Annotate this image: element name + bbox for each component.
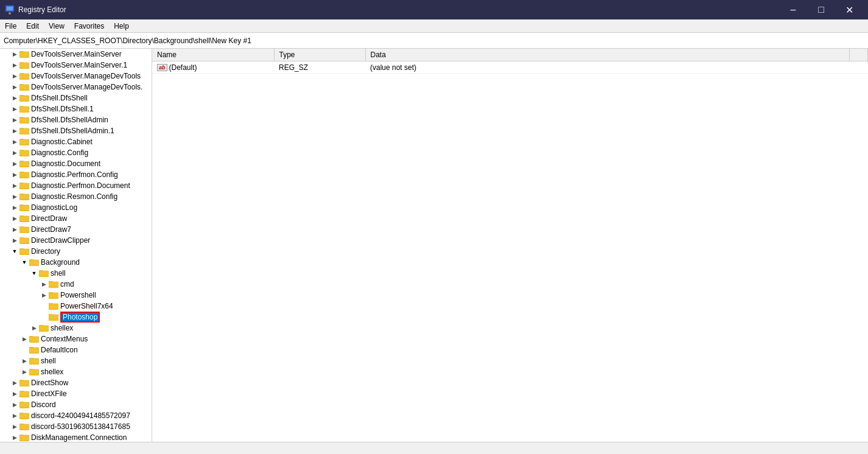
menu-view[interactable]: View (44, 21, 69, 32)
svg-rect-95 (19, 380, 29, 386)
menu-bar: File Edit View Favorites Help (0, 19, 868, 33)
tree-item[interactable]: ▶ DfsShell.DfsShell.1 (0, 103, 152, 114)
cell-type: REG_SZ (274, 61, 365, 74)
menu-favorites[interactable]: Favorites (69, 21, 109, 32)
tree-item[interactable]: ▶ DirectDrawClipper (0, 235, 152, 246)
tree-label: discord-530196305138417685 (31, 422, 130, 431)
tree-label: PowerShell7x64 (60, 302, 113, 310)
tree-item-discord[interactable]: ▶ Discord (0, 399, 152, 410)
table-row[interactable]: ab (Default) REG_SZ (value not set) (152, 61, 868, 74)
tree-item-defaulticon[interactable]: ▶ DefaultIcon (0, 344, 152, 355)
restore-button[interactable]: □ (807, 0, 835, 19)
svg-rect-5 (19, 52, 29, 57)
svg-rect-86 (29, 347, 39, 353)
tree-item-diskmgmt[interactable]: ▶ DiskManagement.Connection (0, 432, 152, 442)
tree-item-powershell[interactable]: ▶ Powershell (0, 290, 152, 301)
address-bar-text: Computer\HKEY_CLASSES_ROOT\Directory\Bac… (4, 37, 251, 45)
tree-label: Diagnostic.Document (31, 159, 100, 168)
menu-help[interactable]: Help (109, 21, 134, 32)
tree-item-background[interactable]: ▼ Background (0, 257, 152, 268)
tree-item[interactable]: ▶ Diagnostic.Perfmon.Config (0, 169, 152, 180)
app-title: Registry Editor (18, 5, 66, 14)
tree-label: DevToolsServer.ManageDevTools (31, 72, 141, 80)
main-container: ▶ DevToolsServer.MainServer ▶ DevToolsSe… (0, 49, 868, 442)
tree-label: DirectDrawClipper (31, 236, 90, 245)
tree-label: Diagnostic.Perfmon.Document (31, 181, 130, 190)
tree-item[interactable]: ▶ DevToolsServer.MainServer (0, 49, 152, 60)
tree-item-cmd[interactable]: ▶ cmd (0, 279, 152, 290)
svg-rect-71 (49, 293, 58, 298)
svg-rect-32 (19, 150, 29, 156)
svg-rect-8 (19, 63, 29, 68)
svg-rect-44 (19, 194, 29, 200)
cell-data: (value not set) (365, 61, 850, 74)
svg-rect-68 (49, 282, 58, 287)
svg-point-2 (9, 12, 11, 15)
tree-item[interactable]: ▶ DevToolsServer.ManageDevTools. (0, 82, 152, 93)
tree-panel[interactable]: ▶ DevToolsServer.MainServer ▶ DevToolsSe… (0, 49, 152, 442)
tree-label: cmd (60, 280, 74, 288)
tree-label: DevToolsServer.MainServer (31, 50, 122, 58)
tree-label: Directory (31, 247, 60, 256)
tree-item-shell[interactable]: ▼ shell (0, 268, 152, 279)
tree-label: Diagnostic.Perfmon.Config (31, 170, 118, 179)
tree-item-directory[interactable]: ▼ Directory (0, 246, 152, 257)
tree-item-photoshop[interactable]: ▶ Photoshop (0, 312, 152, 323)
tree-item[interactable]: ▶ Diagnostic.Resmon.Config (0, 191, 152, 202)
tree-label: shellex (51, 324, 73, 332)
tree-label: shell (41, 357, 56, 365)
tree-label: DevToolsServer.MainServer.1 (31, 61, 127, 69)
tree-item-discord3[interactable]: ▶ discord-530196305138417685 (0, 421, 152, 432)
tree-label: Powershell (60, 291, 96, 299)
tree-item[interactable]: ▶ DirectDraw7 (0, 224, 152, 235)
svg-rect-80 (39, 326, 49, 331)
tree-label: shellex (41, 368, 63, 376)
tree-label: DevToolsServer.ManageDevTools. (31, 83, 142, 91)
tree-item-directshow[interactable]: ▶ DirectShow (0, 377, 152, 388)
tree-label: Background (41, 258, 80, 267)
tree-item[interactable]: ▶ Diagnostic.Document (0, 158, 152, 169)
tree-item-shell2[interactable]: ▶ shell (0, 355, 152, 366)
tree-item[interactable]: ▶ DfsShell.DfsShell (0, 93, 152, 103)
close-button[interactable]: ✕ (835, 0, 863, 19)
tree-item[interactable]: ▶ Diagnostic.Perfmon.Document (0, 180, 152, 191)
tree-item[interactable]: ▶ DfsShell.DfsShellAdmin.1 (0, 125, 152, 136)
tree-item-powershell7[interactable]: ▶ PowerShell7x64 (0, 301, 152, 312)
tree-item-contextmenus[interactable]: ▶ ContextMenus (0, 334, 152, 344)
menu-file[interactable]: File (0, 21, 21, 32)
tree-label: shell (51, 269, 66, 278)
registry-table: Name Type Data ab (Default) REG_SZ (valu… (152, 49, 868, 74)
col-type: Type (274, 49, 365, 61)
tree-label: DirectXFile (31, 389, 67, 398)
minimize-button[interactable]: – (779, 0, 807, 19)
tree-item[interactable]: ▶ Diagnostic.Config (0, 147, 152, 158)
svg-rect-56 (19, 238, 29, 243)
svg-rect-62 (29, 260, 39, 265)
registry-icon (5, 5, 15, 15)
tree-item[interactable]: ▶ DevToolsServer.ManageDevTools (0, 71, 152, 82)
tree-item[interactable]: ▶ DevToolsServer.MainServer.1 (0, 60, 152, 71)
tree-item-discord2[interactable]: ▶ discord-424004941485572097 (0, 410, 152, 421)
tree-label: Diagnostic.Config (31, 148, 88, 157)
col-data: Data (365, 49, 850, 61)
title-bar: Registry Editor – □ ✕ (0, 0, 868, 19)
svg-rect-110 (19, 435, 29, 441)
tree-item-shellex2[interactable]: ▶ shellex (0, 366, 152, 377)
menu-edit[interactable]: Edit (21, 21, 44, 32)
tree-item[interactable]: ▶ DiagnosticLog (0, 202, 152, 213)
svg-rect-74 (49, 304, 58, 309)
tree-label: DfsShell.DfsShellAdmin.1 (31, 127, 114, 135)
tree-item[interactable]: ▶ Diagnostic.Cabinet (0, 136, 152, 147)
tree-label: DirectDraw (31, 214, 67, 223)
tree-item[interactable]: ▶ DfsShell.DfsShellAdmin (0, 114, 152, 125)
tree-label: DirectShow (31, 379, 68, 387)
tree-item[interactable]: ▶ DirectDraw (0, 213, 152, 224)
tree-label: DirectDraw7 (31, 225, 71, 234)
tree-item-shellex[interactable]: ▶ shellex (0, 323, 152, 334)
svg-rect-35 (19, 161, 29, 167)
svg-rect-65 (39, 271, 49, 276)
tree-item-directxfile[interactable]: ▶ DirectXFile (0, 388, 152, 399)
tree-label: Diagnostic.Cabinet (31, 138, 93, 146)
tree-label: DfsShell.DfsShell.1 (31, 105, 94, 113)
svg-rect-104 (19, 413, 29, 419)
